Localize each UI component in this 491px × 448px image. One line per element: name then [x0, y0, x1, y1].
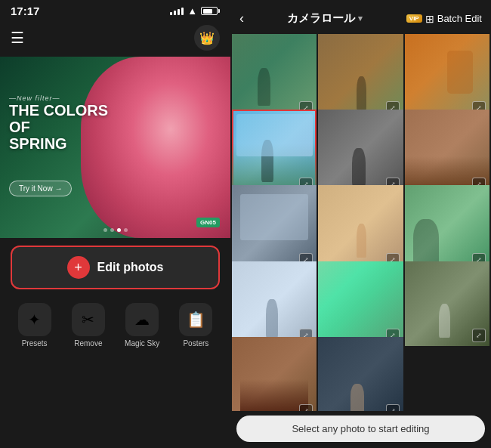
hamburger-icon[interactable]: ☰ — [11, 29, 24, 47]
plus-icon: + — [67, 256, 90, 279]
magic-sky-icon: ☁ — [125, 303, 159, 336]
left-panel: 17:17 ▲ ☰ 👑 —New filter— — [0, 0, 230, 448]
photo-cell-2[interactable]: ⤢ — [318, 34, 403, 119]
photo-cell-14[interactable]: ⤢ — [318, 337, 403, 411]
hero-banner: —New filter— THE COLORS OF SPRING Try it… — [0, 57, 230, 238]
right-header: ‹ カメラロール ▾ VIP ⊞ Batch Edit — [230, 0, 491, 34]
status-icons: ▲ — [170, 5, 220, 17]
photo-cell-8[interactable]: ⤢ — [318, 185, 403, 270]
batch-edit-button[interactable]: VIP ⊞ Batch Edit — [406, 13, 482, 25]
filter-badge: GN05 — [196, 218, 220, 227]
crown-icon: 👑 — [199, 31, 215, 45]
hero-text: —New filter— THE COLORS OF SPRING — [9, 94, 108, 152]
expand-icon-14: ⤢ — [386, 404, 400, 411]
vip-badge: VIP — [406, 14, 422, 23]
crown-button[interactable]: 👑 — [194, 25, 220, 51]
batch-icon: ⊞ — [425, 13, 434, 25]
photo-cell-13[interactable]: ⤢ — [232, 337, 317, 411]
hero-subtitle: —New filter— — [9, 94, 108, 102]
battery-icon — [201, 7, 220, 15]
status-bar: 17:17 ▲ — [0, 0, 230, 20]
photo-cell-3[interactable]: ⤢ — [405, 34, 489, 119]
bottom-toast: Select any photo to start editing — [236, 416, 485, 442]
batch-edit-label: Batch Edit — [437, 13, 482, 24]
dot-3 — [117, 228, 121, 232]
dot-1 — [103, 228, 107, 232]
edit-photos-label: Edit photos — [97, 261, 164, 274]
expand-icon-13: ⤢ — [299, 404, 313, 411]
presets-tool[interactable]: ✦ Presets — [12, 303, 57, 348]
top-bar: ☰ 👑 — [0, 20, 230, 57]
camera-roll-title[interactable]: カメラロール ▾ — [287, 11, 363, 26]
hero-title: THE COLORS OF SPRING — [9, 102, 108, 152]
magic-sky-tool[interactable]: ☁ Magic Sky — [119, 303, 165, 348]
back-button[interactable]: ‹ — [239, 11, 244, 26]
photo-cell-11[interactable]: ⤢ — [318, 261, 403, 346]
photo-grid: ⤢ ⤢ ⤢ ⤢ ⤢ ⤢ ⤢ — [230, 34, 491, 411]
photo-cell-10[interactable]: ⤢ — [232, 261, 317, 346]
edit-photos-button[interactable]: + Edit photos — [11, 246, 220, 289]
remove-tool[interactable]: ✂ Remove — [66, 303, 111, 348]
photo-cell-1[interactable]: ⤢ — [232, 34, 317, 119]
photo-cell-9[interactable]: ⤢ — [405, 185, 489, 270]
camera-roll-label: カメラロール — [287, 11, 355, 26]
posters-icon: 📋 — [179, 303, 212, 336]
edit-photos-section: + Edit photos — [0, 238, 230, 297]
status-time: 17:17 — [11, 5, 39, 17]
magic-sky-label: Magic Sky — [125, 339, 159, 348]
tools-row: ✦ Presets ✂ Remove ☁ Magic Sky 📋 Posters — [0, 297, 230, 355]
carousel-dots — [103, 228, 128, 232]
photo-cell-12[interactable]: ⤢ — [405, 261, 489, 346]
presets-icon: ✦ — [18, 303, 51, 336]
posters-tool[interactable]: 📋 Posters — [173, 303, 218, 348]
dot-4 — [124, 228, 128, 232]
wifi-icon: ▲ — [187, 5, 197, 17]
expand-icon-12: ⤢ — [472, 329, 486, 342]
posters-label: Posters — [183, 339, 208, 348]
presets-label: Presets — [22, 339, 48, 348]
toast-text: Select any photo to start editing — [292, 423, 429, 434]
remove-icon: ✂ — [72, 303, 105, 336]
photo-cell-5[interactable]: ⤢ — [318, 110, 403, 194]
dot-2 — [110, 228, 114, 232]
right-panel: ‹ カメラロール ▾ VIP ⊞ Batch Edit ⤢ ⤢ ⤢ — [230, 0, 491, 448]
chevron-down-icon: ▾ — [358, 14, 363, 23]
photo-cell-7[interactable]: ⤢ — [232, 185, 317, 270]
photo-cell-6[interactable]: ⤢ — [405, 110, 489, 194]
remove-label: Remove — [74, 339, 102, 348]
signal-icon — [170, 8, 184, 15]
try-now-button[interactable]: Try it Now → — [9, 181, 72, 196]
photo-cell-4[interactable]: ⤢ — [232, 110, 317, 194]
